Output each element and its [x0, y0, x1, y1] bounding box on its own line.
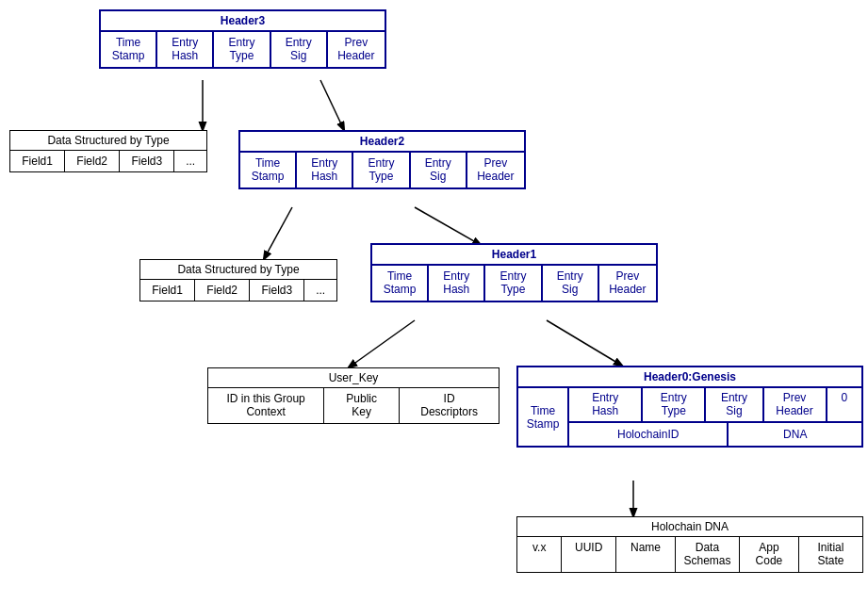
header2-cell-1: TimeStamp [240, 153, 297, 187]
user-key-cell-3: IDDescriptors [400, 388, 499, 423]
header3-title: Header3 [101, 11, 385, 32]
header2-cell-5: PrevHeader [467, 153, 524, 187]
data-struct-1-field1: Field1 [10, 151, 65, 171]
header3-cell-1: TimeStamp [101, 32, 157, 67]
holochain-dna-box: Holochain DNA v.x UUID Name DataSchemas … [516, 516, 863, 573]
data-struct-2-box: Data Structured by Type Field1 Field2 Fi… [139, 259, 337, 302]
user-key-title: User_Key [208, 368, 499, 388]
svg-line-4 [349, 320, 415, 367]
header2-box: Header2 TimeStamp EntryHash EntryType En… [238, 130, 526, 189]
header1-cell-1: TimeStamp [372, 266, 429, 301]
header3-cell-3: EntryType [214, 32, 270, 67]
data-struct-1-box: Data Structured by Type Field1 Field2 Fi… [9, 130, 207, 172]
data-struct-2-field2: Field2 [195, 280, 250, 301]
svg-line-1 [320, 80, 344, 130]
header0-entry-sig: EntrySig [706, 388, 763, 421]
data-struct-2-field3: Field3 [250, 280, 304, 301]
header3-box: Header3 TimeStamp EntryHash EntryType En… [99, 9, 386, 69]
holochain-dna-appcode: AppCode [740, 537, 799, 572]
header2-title: Header2 [240, 132, 524, 153]
header1-cell-3: EntryType [485, 266, 542, 301]
svg-line-5 [547, 320, 622, 366]
holochain-dna-title: Holochain DNA [517, 517, 862, 537]
svg-line-3 [415, 207, 481, 245]
user-key-box: User_Key ID in this GroupContext PublicK… [207, 367, 500, 424]
holochain-dna-uuid: UUID [562, 537, 616, 572]
data-struct-2-title: Data Structured by Type [140, 260, 336, 280]
header3-cell-4: EntrySig [271, 32, 328, 67]
header1-box: Header1 TimeStamp EntryHash EntryType En… [370, 243, 658, 302]
header0-title: Header0:Genesis [518, 367, 861, 388]
header0-box: Header0:Genesis TimeStamp EntryHash Entr… [516, 366, 863, 448]
header2-cell-4: EntrySig [411, 153, 467, 187]
holochain-dna-initstate: InitialState [799, 537, 862, 572]
header0-prev-header: PrevHeader [764, 388, 827, 421]
data-struct-1-title: Data Structured by Type [10, 131, 206, 151]
holochain-dna-schemas: DataSchemas [676, 537, 740, 572]
data-struct-1-field3: Field3 [120, 151, 174, 171]
holochain-dna-vx: v.x [517, 537, 562, 572]
header3-cell-5: PrevHeader [328, 32, 385, 67]
header0-prev-value: 0 [827, 388, 861, 421]
header2-cell-3: EntryType [353, 153, 410, 187]
header3-cell-2: EntryHash [157, 32, 214, 67]
header0-dna: DNA [729, 423, 861, 446]
header1-title: Header1 [372, 245, 656, 266]
svg-line-2 [264, 207, 292, 259]
header0-entry-type: EntryType [643, 388, 706, 421]
holochain-dna-name: Name [616, 537, 676, 572]
header1-cell-4: EntrySig [543, 266, 599, 301]
header2-cell-2: EntryHash [297, 153, 353, 187]
header1-cell-5: PrevHeader [599, 266, 656, 301]
data-struct-2-field1: Field1 [140, 280, 195, 301]
user-key-cell-2: PublicKey [324, 388, 400, 423]
data-struct-1-field4: ... [174, 151, 206, 171]
user-key-cell-1: ID in this GroupContext [208, 388, 324, 423]
header0-entry-hash: EntryHash [569, 388, 643, 421]
data-struct-1-field2: Field2 [65, 151, 120, 171]
header0-holochain-id: HolochainID [569, 423, 729, 446]
header1-cell-2: EntryHash [429, 266, 485, 301]
data-struct-2-field4: ... [304, 280, 336, 301]
